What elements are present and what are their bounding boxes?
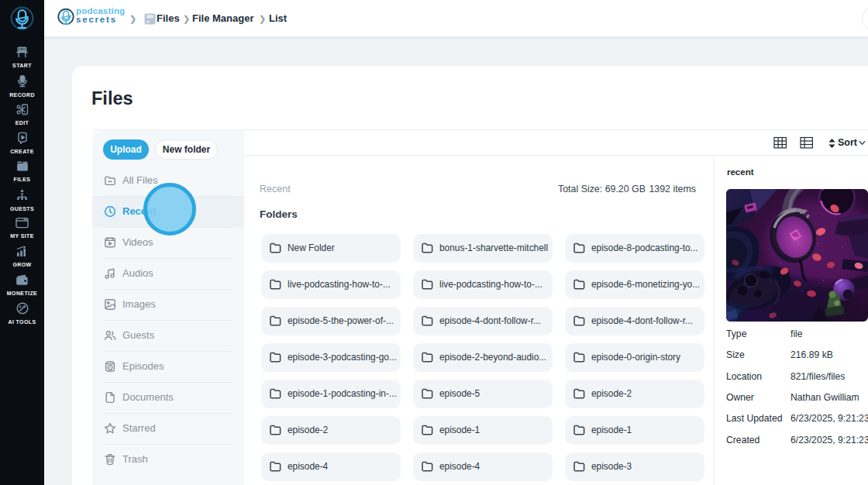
svg-text:START: START bbox=[18, 48, 27, 51]
